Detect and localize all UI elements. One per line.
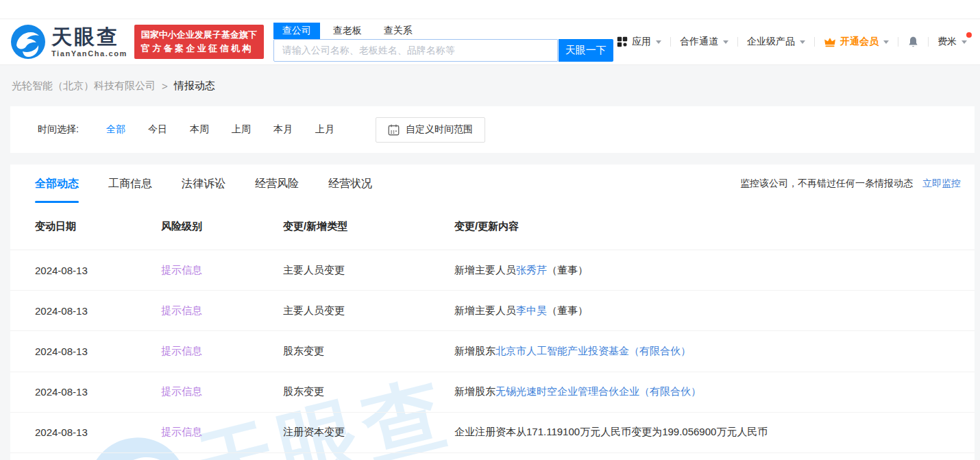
nav-item-apps[interactable]: 应用: [617, 36, 661, 48]
content-text: 新增股东: [454, 385, 495, 397]
tianyancha-logo[interactable]: 天眼查 TianYanCha.com: [10, 24, 127, 60]
nav-item-label: 开通会员: [840, 36, 879, 48]
column-header: 变动日期: [35, 220, 161, 233]
bell-icon: [907, 36, 919, 48]
risk-level-link[interactable]: 提示信息: [161, 385, 283, 398]
monitor-text: 监控该公司，不再错过任何一条情报动态: [740, 178, 913, 189]
crown-icon: [824, 36, 836, 48]
change-type: 股东变更: [283, 385, 454, 398]
tab-工商信息[interactable]: 工商信息: [108, 165, 152, 203]
risk-level-link[interactable]: 提示信息: [161, 426, 283, 439]
change-date: 2024-08-13: [35, 386, 161, 398]
badge-line-1: 国家中小企业发展子基金旗下: [141, 28, 257, 42]
risk-level-link[interactable]: 提示信息: [161, 345, 283, 358]
nav-item-account[interactable]: 费米: [938, 36, 967, 48]
change-content: 企业注册资本从171.119100万元人民币变更为199.056900万元人民币: [454, 426, 961, 439]
tab-全部动态[interactable]: 全部动态: [35, 165, 79, 203]
nav-divider: [898, 37, 898, 47]
page-title: 情报动态: [174, 80, 215, 93]
time-filter-label: 时间选择:: [38, 123, 79, 136]
table-body: 2024-08-13提示信息主要人员变更新增主要人员张秀芹（董事）2024-08…: [10, 250, 975, 453]
grid-icon: [617, 36, 628, 47]
change-content: 新增主要人员李中昊（董事）: [454, 304, 961, 317]
table-row: 2024-08-13提示信息股东变更新增股东北京市人工智能产业投资基金（有限合伙…: [10, 331, 975, 372]
time-filter-card: 时间选择: 全部今日本周上周本月上月 自定义时间范围: [10, 106, 975, 153]
search-button[interactable]: 天眼一下: [559, 39, 613, 62]
brand-name: 天眼查: [51, 27, 127, 47]
entity-link[interactable]: 北京市人工智能产业投资基金（有限合伙）: [495, 345, 691, 356]
nav-item-notifications[interactable]: [907, 36, 919, 48]
column-header: 变更/更新内容: [454, 220, 961, 233]
change-date: 2024-08-13: [35, 346, 161, 357]
monitor-now-link[interactable]: 立即监控: [922, 178, 961, 189]
nav-item-partner-channel[interactable]: 合作通道: [680, 36, 728, 48]
chevron-down-icon: [723, 40, 728, 44]
nav-item-enterprise-products[interactable]: 企业级产品: [747, 36, 805, 48]
risk-level-link[interactable]: 提示信息: [161, 264, 283, 277]
nav-item-label: 应用: [632, 36, 651, 48]
chevron-down-icon: [800, 40, 805, 44]
tab-经营风险[interactable]: 经营风险: [255, 165, 299, 203]
nav-divider: [737, 37, 738, 47]
column-header: 风险级别: [161, 220, 283, 233]
changes-table: 变动日期风险级别变更/新增类型变更/更新内容 2024-08-13提示信息主要人…: [10, 203, 975, 453]
time-option-上月[interactable]: 上月: [315, 123, 334, 136]
time-option-今日[interactable]: 今日: [148, 123, 167, 136]
tab-经营状况[interactable]: 经营状况: [328, 165, 372, 203]
search-tabs: 查公司查老板查关系: [273, 23, 613, 39]
main-card: 天眼查 TianYanCha.com 天眼查 TianYanCha.com 全部…: [10, 165, 975, 460]
content-text: （董事）: [547, 264, 588, 276]
site-header: 天眼查 TianYanCha.com 国家中小企业发展子基金旗下 官方备案企业征…: [0, 19, 980, 65]
column-header: 变更/新增类型: [283, 220, 454, 233]
brand-domain: TianYanCha.com: [51, 49, 127, 58]
time-option-全部[interactable]: 全部: [106, 123, 125, 136]
content-text: （董事）: [547, 304, 588, 316]
breadcrumb-company-link[interactable]: 光轮智能（北京）科技有限公司: [12, 80, 156, 93]
table-row: 2024-08-13提示信息注册资本变更企业注册资本从171.119100万元人…: [10, 413, 975, 453]
custom-time-range-button[interactable]: 自定义时间范围: [376, 117, 485, 143]
nav-item-label: 合作通道: [680, 36, 718, 48]
chevron-down-icon: [961, 40, 967, 44]
table-row: 2024-08-13提示信息主要人员变更新增主要人员李中昊（董事）: [10, 291, 975, 331]
time-option-本月[interactable]: 本月: [273, 123, 293, 136]
nav-item-open-vip[interactable]: 开通会员: [824, 36, 889, 48]
search-tab-查关系[interactable]: 查关系: [375, 23, 421, 39]
badge-line-2: 官方备案企业征信机构: [141, 42, 257, 56]
section-tabs: 全部动态工商信息法律诉讼经营风险经营状况: [35, 165, 402, 203]
top-strip: [0, 0, 980, 19]
search-tab-查老板[interactable]: 查老板: [324, 23, 371, 39]
table-row: 2024-08-13提示信息股东变更新增股东无锡光速时空企业管理合伙企业（有限合…: [10, 372, 975, 413]
entity-link[interactable]: 李中昊: [516, 304, 547, 316]
search-tab-查公司[interactable]: 查公司: [273, 23, 320, 39]
nav-divider: [928, 37, 929, 47]
content-text: 企业注册资本从171.119100万元人民币变更为199.056900万元人民币: [454, 426, 768, 437]
tianyancha-logo-icon: [10, 24, 46, 60]
table-header-row: 变动日期风险级别变更/新增类型变更/更新内容: [10, 203, 975, 250]
chevron-down-icon: [656, 40, 661, 44]
certification-badge: 国家中小企业发展子基金旗下 官方备案企业征信机构: [134, 25, 264, 59]
entity-link[interactable]: 张秀芹: [516, 264, 547, 276]
breadcrumb: 光轮智能（北京）科技有限公司 > 情报动态: [0, 65, 980, 106]
change-date: 2024-08-13: [35, 426, 161, 438]
time-option-上周[interactable]: 上周: [232, 123, 251, 136]
table-row: 2024-08-13提示信息主要人员变更新增主要人员张秀芹（董事）: [10, 250, 975, 291]
change-type: 注册资本变更: [283, 426, 454, 439]
entity-link[interactable]: 无锡光速时空企业管理合伙企业（有限合伙）: [495, 385, 701, 397]
custom-time-range-label: 自定义时间范围: [406, 123, 473, 136]
section-tabs-row: 全部动态工商信息法律诉讼经营风险经营状况 监控该公司，不再错过任何一条情报动态 …: [10, 165, 975, 203]
nav-item-label: 企业级产品: [747, 36, 795, 48]
chevron-down-icon: [883, 40, 889, 44]
nav-divider: [670, 37, 671, 47]
risk-level-link[interactable]: 提示信息: [161, 304, 283, 317]
search-input[interactable]: [273, 39, 558, 62]
change-type: 股东变更: [283, 345, 454, 358]
change-date: 2024-08-13: [35, 305, 161, 317]
change-date: 2024-08-13: [35, 265, 161, 276]
logo-text: 天眼查 TianYanCha.com: [51, 27, 127, 58]
change-content: 新增股东北京市人工智能产业投资基金（有限合伙）: [454, 345, 961, 358]
time-option-本周[interactable]: 本周: [190, 123, 209, 136]
change-content: 新增主要人员张秀芹（董事）: [454, 264, 961, 277]
tab-法律诉讼[interactable]: 法律诉讼: [182, 165, 225, 203]
change-type: 主要人员变更: [283, 264, 454, 277]
monitor-banner: 监控该公司，不再错过任何一条情报动态 立即监控: [740, 178, 961, 190]
